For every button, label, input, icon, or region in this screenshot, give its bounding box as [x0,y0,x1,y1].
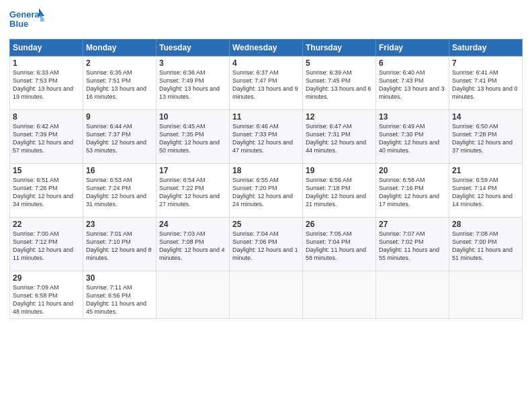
day-info: Sunrise: 7:08 AMSunset: 7:00 PMDaylight:… [452,230,519,263]
day-info: Sunrise: 6:49 AMSunset: 7:30 PMDaylight:… [379,122,446,155]
page-container: General Blue SundayMondayTuesdayWednesda… [0,0,532,411]
calendar-cell: 17Sunrise: 6:54 AMSunset: 7:22 PMDayligh… [157,164,230,218]
calendar-week-1: 1Sunrise: 6:33 AMSunset: 7:53 PMDaylight… [10,56,523,110]
day-info: Sunrise: 7:00 AMSunset: 7:12 PMDaylight:… [13,230,80,263]
day-info: Sunrise: 6:53 AMSunset: 7:24 PMDaylight:… [86,176,153,209]
day-info: Sunrise: 6:36 AMSunset: 7:49 PMDaylight:… [159,68,226,101]
calendar-cell: 10Sunrise: 6:45 AMSunset: 7:35 PMDayligh… [157,110,230,164]
day-number: 11 [232,112,300,122]
day-number: 21 [452,166,519,175]
day-number: 16 [86,166,153,175]
calendar-cell: 28Sunrise: 7:08 AMSunset: 7:00 PMDayligh… [449,218,523,271]
calendar-cell: 26Sunrise: 7:05 AMSunset: 7:04 PMDayligh… [303,218,376,271]
day-number: 23 [86,220,153,229]
day-info: Sunrise: 6:46 AMSunset: 7:33 PMDaylight:… [232,122,300,155]
calendar-cell: 24Sunrise: 7:03 AMSunset: 7:08 PMDayligh… [157,218,230,271]
calendar-cell: 6Sunrise: 6:40 AMSunset: 7:43 PMDaylight… [376,56,449,110]
calendar-cell: 1Sunrise: 6:33 AMSunset: 7:53 PMDaylight… [10,56,83,110]
calendar-cell: 9Sunrise: 6:44 AMSunset: 7:37 PMDaylight… [83,110,157,164]
calendar-cell [157,271,230,319]
day-info: Sunrise: 6:45 AMSunset: 7:35 PMDaylight:… [159,122,226,155]
calendar-cell: 16Sunrise: 6:53 AMSunset: 7:24 PMDayligh… [83,164,157,218]
calendar-cell: 27Sunrise: 7:07 AMSunset: 7:02 PMDayligh… [376,218,449,271]
calendar-cell: 5Sunrise: 6:39 AMSunset: 7:45 PMDaylight… [303,56,376,110]
day-number: 7 [452,58,519,68]
calendar-header-row: SundayMondayTuesdayWednesdayThursdayFrid… [10,40,523,56]
day-info: Sunrise: 6:47 AMSunset: 7:31 PMDaylight:… [306,122,373,155]
day-number: 12 [306,112,373,122]
day-number: 3 [159,58,226,68]
day-number: 15 [13,166,80,175]
day-info: Sunrise: 6:59 AMSunset: 7:14 PMDaylight:… [452,176,519,209]
calendar-week-2: 8Sunrise: 6:42 AMSunset: 7:39 PMDaylight… [10,110,523,164]
calendar-cell [449,271,523,319]
day-number: 25 [232,220,300,229]
col-header-tuesday: Tuesday [157,40,230,56]
logo: General Blue [9,7,44,34]
day-number: 5 [306,58,373,68]
day-info: Sunrise: 6:40 AMSunset: 7:43 PMDaylight:… [379,68,446,101]
day-info: Sunrise: 6:39 AMSunset: 7:45 PMDaylight:… [306,68,373,101]
day-number: 22 [13,220,80,229]
day-number: 14 [452,112,519,122]
calendar-cell: 13Sunrise: 6:49 AMSunset: 7:30 PMDayligh… [376,110,449,164]
day-number: 10 [159,112,226,122]
calendar-cell: 23Sunrise: 7:01 AMSunset: 7:10 PMDayligh… [83,218,157,271]
calendar-week-3: 15Sunrise: 6:51 AMSunset: 7:26 PMDayligh… [10,164,523,218]
col-header-saturday: Saturday [449,40,523,56]
calendar-cell: 18Sunrise: 6:55 AMSunset: 7:20 PMDayligh… [230,164,303,218]
calendar-cell: 30Sunrise: 7:11 AMSunset: 6:56 PMDayligh… [83,271,157,319]
day-info: Sunrise: 6:54 AMSunset: 7:22 PMDaylight:… [159,176,226,209]
calendar-cell: 25Sunrise: 7:04 AMSunset: 7:06 PMDayligh… [230,218,303,271]
logo-icon: General Blue [9,7,44,34]
calendar-cell: 20Sunrise: 6:58 AMSunset: 7:16 PMDayligh… [376,164,449,218]
day-number: 18 [232,166,300,175]
day-number: 8 [13,112,80,122]
day-number: 28 [452,220,519,229]
day-number: 26 [306,220,373,229]
day-info: Sunrise: 6:41 AMSunset: 7:41 PMDaylight:… [452,68,519,101]
day-number: 2 [86,58,153,68]
day-info: Sunrise: 6:50 AMSunset: 7:28 PMDaylight:… [452,122,519,155]
day-number: 20 [379,166,446,175]
day-info: Sunrise: 7:05 AMSunset: 7:04 PMDaylight:… [306,230,373,263]
calendar-cell: 11Sunrise: 6:46 AMSunset: 7:33 PMDayligh… [230,110,303,164]
day-info: Sunrise: 6:33 AMSunset: 7:53 PMDaylight:… [13,68,80,101]
day-number: 4 [232,58,300,68]
day-info: Sunrise: 6:56 AMSunset: 7:18 PMDaylight:… [306,176,373,209]
svg-text:General: General [9,9,42,19]
calendar-cell: 15Sunrise: 6:51 AMSunset: 7:26 PMDayligh… [10,164,83,218]
calendar-week-5: 29Sunrise: 7:09 AMSunset: 6:58 PMDayligh… [10,271,523,319]
day-info: Sunrise: 6:37 AMSunset: 7:47 PMDaylight:… [232,68,300,101]
calendar-cell: 19Sunrise: 6:56 AMSunset: 7:18 PMDayligh… [303,164,376,218]
day-info: Sunrise: 6:35 AMSunset: 7:51 PMDaylight:… [86,68,153,101]
col-header-sunday: Sunday [10,40,83,56]
day-info: Sunrise: 7:04 AMSunset: 7:06 PMDaylight:… [232,230,300,263]
day-number: 9 [86,112,153,122]
day-info: Sunrise: 7:01 AMSunset: 7:10 PMDaylight:… [86,230,153,263]
col-header-monday: Monday [83,40,157,56]
day-number: 27 [379,220,446,229]
calendar-cell [230,271,303,319]
calendar-cell: 2Sunrise: 6:35 AMSunset: 7:51 PMDaylight… [83,56,157,110]
day-number: 17 [159,166,226,175]
col-header-thursday: Thursday [303,40,376,56]
calendar-table: SundayMondayTuesdayWednesdayThursdayFrid… [9,39,523,319]
day-number: 30 [86,273,153,283]
day-number: 6 [379,58,446,68]
day-info: Sunrise: 7:07 AMSunset: 7:02 PMDaylight:… [379,230,446,263]
calendar-cell [376,271,449,319]
col-header-wednesday: Wednesday [230,40,303,56]
day-info: Sunrise: 6:55 AMSunset: 7:20 PMDaylight:… [232,176,300,209]
day-info: Sunrise: 7:09 AMSunset: 6:58 PMDaylight:… [13,283,80,316]
calendar-cell: 3Sunrise: 6:36 AMSunset: 7:49 PMDaylight… [157,56,230,110]
day-info: Sunrise: 7:11 AMSunset: 6:56 PMDaylight:… [86,283,153,316]
day-info: Sunrise: 6:42 AMSunset: 7:39 PMDaylight:… [13,122,80,155]
calendar-cell: 21Sunrise: 6:59 AMSunset: 7:14 PMDayligh… [449,164,523,218]
calendar-cell [303,271,376,319]
day-number: 13 [379,112,446,122]
calendar-cell: 7Sunrise: 6:41 AMSunset: 7:41 PMDaylight… [449,56,523,110]
col-header-friday: Friday [376,40,449,56]
calendar-cell: 12Sunrise: 6:47 AMSunset: 7:31 PMDayligh… [303,110,376,164]
calendar-cell: 8Sunrise: 6:42 AMSunset: 7:39 PMDaylight… [10,110,83,164]
